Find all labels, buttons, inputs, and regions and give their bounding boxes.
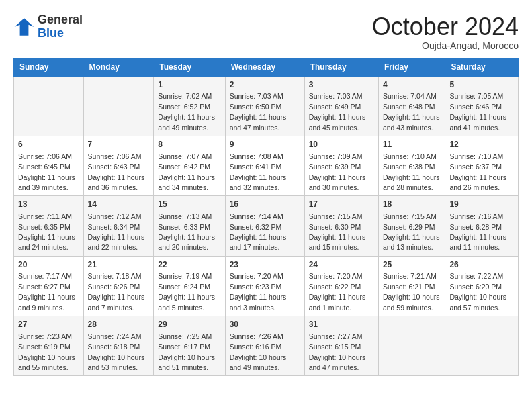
day-cell: 20Sunrise: 7:17 AM Sunset: 6:27 PM Dayli…	[14, 256, 84, 316]
day-cell: 19Sunrise: 7:16 AM Sunset: 6:28 PM Dayli…	[445, 196, 519, 256]
day-info: Sunrise: 7:19 AM Sunset: 6:24 PM Dayligh…	[158, 272, 215, 311]
day-info: Sunrise: 7:14 AM Sunset: 6:32 PM Dayligh…	[230, 212, 287, 251]
day-info: Sunrise: 7:10 AM Sunset: 6:38 PM Dayligh…	[383, 152, 440, 191]
day-info: Sunrise: 7:09 AM Sunset: 6:39 PM Dayligh…	[309, 152, 366, 191]
day-number: 7	[88, 139, 150, 150]
day-info: Sunrise: 7:22 AM Sunset: 6:20 PM Dayligh…	[449, 272, 506, 311]
day-cell: 24Sunrise: 7:20 AM Sunset: 6:22 PM Dayli…	[304, 256, 378, 316]
day-cell: 25Sunrise: 7:21 AM Sunset: 6:21 PM Dayli…	[378, 256, 445, 316]
day-info: Sunrise: 7:26 AM Sunset: 6:16 PM Dayligh…	[230, 332, 287, 371]
calendar-table: SundayMondayTuesdayWednesdayThursdayFrid…	[13, 58, 519, 377]
day-cell: 3Sunrise: 7:03 AM Sunset: 6:49 PM Daylig…	[304, 76, 378, 136]
page-header: General Blue October 2024 Oujda-Angad, M…	[13, 13, 519, 51]
logo-line1: General	[38, 13, 83, 27]
day-info: Sunrise: 7:08 AM Sunset: 6:41 PM Dayligh…	[230, 152, 287, 191]
day-cell: 15Sunrise: 7:13 AM Sunset: 6:33 PM Dayli…	[154, 196, 225, 256]
day-cell: 30Sunrise: 7:26 AM Sunset: 6:16 PM Dayli…	[225, 316, 304, 376]
day-cell: 21Sunrise: 7:18 AM Sunset: 6:26 PM Dayli…	[83, 256, 154, 316]
calendar-header: SundayMondayTuesdayWednesdayThursdayFrid…	[14, 58, 519, 76]
day-number: 9	[230, 139, 300, 150]
day-number: 5	[449, 79, 514, 91]
day-number: 6	[18, 139, 79, 150]
day-cell: 5Sunrise: 7:05 AM Sunset: 6:46 PM Daylig…	[445, 76, 519, 136]
day-info: Sunrise: 7:10 AM Sunset: 6:37 PM Dayligh…	[449, 152, 506, 191]
day-number: 3	[309, 79, 374, 91]
header-monday: Monday	[83, 58, 154, 76]
logo-icon	[13, 16, 35, 38]
day-number: 2	[230, 79, 300, 91]
day-cell: 27Sunrise: 7:23 AM Sunset: 6:19 PM Dayli…	[14, 316, 84, 376]
day-info: Sunrise: 7:21 AM Sunset: 6:21 PM Dayligh…	[383, 272, 440, 311]
location-subtitle: Oujda-Angad, Morocco	[372, 40, 519, 51]
day-cell: 9Sunrise: 7:08 AM Sunset: 6:41 PM Daylig…	[225, 136, 304, 195]
day-number: 8	[158, 139, 220, 150]
day-cell: 18Sunrise: 7:15 AM Sunset: 6:29 PM Dayli…	[378, 196, 445, 256]
header-wednesday: Wednesday	[225, 58, 304, 76]
day-info: Sunrise: 7:04 AM Sunset: 6:48 PM Dayligh…	[383, 92, 440, 131]
day-cell	[378, 316, 445, 376]
day-number: 29	[158, 319, 220, 330]
day-number: 1	[158, 79, 220, 91]
day-cell: 2Sunrise: 7:03 AM Sunset: 6:50 PM Daylig…	[225, 76, 304, 136]
header-sunday: Sunday	[14, 58, 84, 76]
header-tuesday: Tuesday	[154, 58, 225, 76]
day-info: Sunrise: 7:25 AM Sunset: 6:17 PM Dayligh…	[158, 332, 215, 371]
day-cell: 28Sunrise: 7:24 AM Sunset: 6:18 PM Dayli…	[83, 316, 154, 376]
day-number: 21	[88, 259, 150, 271]
svg-marker-0	[15, 18, 34, 36]
day-cell: 11Sunrise: 7:10 AM Sunset: 6:38 PM Dayli…	[378, 136, 445, 195]
logo-line2: Blue	[38, 27, 83, 40]
day-number: 26	[449, 259, 514, 271]
day-number: 12	[449, 139, 514, 150]
day-cell: 4Sunrise: 7:04 AM Sunset: 6:48 PM Daylig…	[378, 76, 445, 136]
title-block: October 2024 Oujda-Angad, Morocco	[372, 13, 519, 51]
day-info: Sunrise: 7:03 AM Sunset: 6:50 PM Dayligh…	[230, 92, 287, 131]
day-info: Sunrise: 7:03 AM Sunset: 6:49 PM Dayligh…	[309, 92, 366, 131]
day-number: 14	[88, 199, 150, 210]
day-info: Sunrise: 7:06 AM Sunset: 6:43 PM Dayligh…	[88, 152, 145, 191]
week-row-2: 13Sunrise: 7:11 AM Sunset: 6:35 PM Dayli…	[14, 196, 519, 256]
day-info: Sunrise: 7:20 AM Sunset: 6:23 PM Dayligh…	[230, 272, 287, 311]
day-number: 11	[383, 139, 441, 150]
day-number: 31	[309, 319, 374, 330]
day-number: 28	[88, 319, 150, 330]
day-info: Sunrise: 7:15 AM Sunset: 6:30 PM Dayligh…	[309, 212, 366, 251]
day-cell: 26Sunrise: 7:22 AM Sunset: 6:20 PM Dayli…	[445, 256, 519, 316]
day-info: Sunrise: 7:05 AM Sunset: 6:46 PM Dayligh…	[449, 92, 506, 131]
day-info: Sunrise: 7:23 AM Sunset: 6:19 PM Dayligh…	[18, 332, 75, 371]
month-title: October 2024	[372, 13, 519, 40]
week-row-0: 1Sunrise: 7:02 AM Sunset: 6:52 PM Daylig…	[14, 76, 519, 136]
day-info: Sunrise: 7:02 AM Sunset: 6:52 PM Dayligh…	[158, 92, 215, 131]
header-thursday: Thursday	[304, 58, 378, 76]
header-friday: Friday	[378, 58, 445, 76]
day-info: Sunrise: 7:15 AM Sunset: 6:29 PM Dayligh…	[383, 212, 440, 251]
day-info: Sunrise: 7:18 AM Sunset: 6:26 PM Dayligh…	[88, 272, 145, 311]
day-number: 19	[449, 199, 514, 210]
week-row-4: 27Sunrise: 7:23 AM Sunset: 6:19 PM Dayli…	[14, 316, 519, 376]
day-number: 25	[383, 259, 441, 271]
day-cell: 23Sunrise: 7:20 AM Sunset: 6:23 PM Dayli…	[225, 256, 304, 316]
day-info: Sunrise: 7:06 AM Sunset: 6:45 PM Dayligh…	[18, 152, 75, 191]
header-saturday: Saturday	[445, 58, 519, 76]
header-row: SundayMondayTuesdayWednesdayThursdayFrid…	[14, 58, 519, 76]
logo-text: General Blue	[38, 13, 83, 40]
day-info: Sunrise: 7:13 AM Sunset: 6:33 PM Dayligh…	[158, 212, 215, 251]
day-info: Sunrise: 7:12 AM Sunset: 6:34 PM Dayligh…	[88, 212, 145, 251]
day-info: Sunrise: 7:20 AM Sunset: 6:22 PM Dayligh…	[309, 272, 366, 311]
day-number: 27	[18, 319, 79, 330]
day-number: 4	[383, 79, 441, 91]
day-cell	[14, 76, 84, 136]
day-cell: 8Sunrise: 7:07 AM Sunset: 6:42 PM Daylig…	[154, 136, 225, 195]
day-cell	[445, 316, 519, 376]
day-number: 15	[158, 199, 220, 210]
day-cell: 14Sunrise: 7:12 AM Sunset: 6:34 PM Dayli…	[83, 196, 154, 256]
day-number: 13	[18, 199, 79, 210]
day-number: 17	[309, 199, 374, 210]
day-cell: 17Sunrise: 7:15 AM Sunset: 6:30 PM Dayli…	[304, 196, 378, 256]
day-cell: 1Sunrise: 7:02 AM Sunset: 6:52 PM Daylig…	[154, 76, 225, 136]
day-number: 30	[230, 319, 300, 330]
day-info: Sunrise: 7:11 AM Sunset: 6:35 PM Dayligh…	[18, 212, 75, 251]
logo: General Blue	[13, 13, 83, 40]
day-number: 18	[383, 199, 441, 210]
day-number: 20	[18, 259, 79, 271]
